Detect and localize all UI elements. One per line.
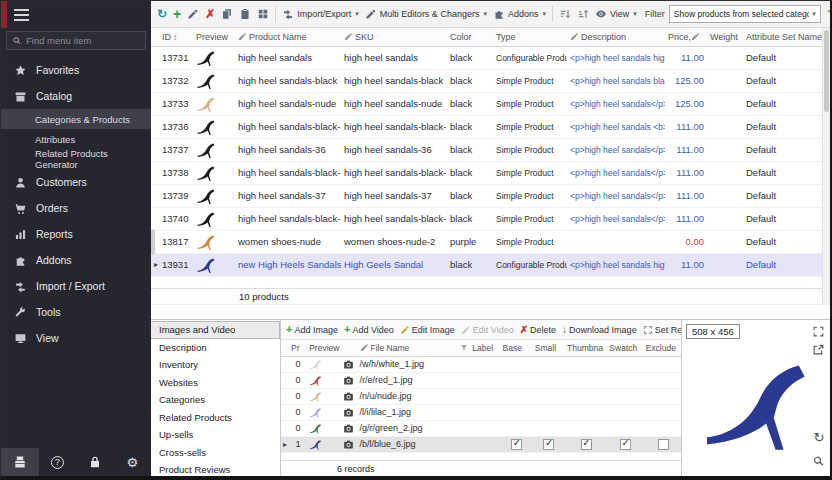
sidebar-subitem[interactable]: Attributes	[1, 129, 151, 149]
lock-button[interactable]	[76, 448, 114, 476]
product-id-cell[interactable]: 13817	[159, 230, 193, 253]
filter-column-header[interactable]	[458, 340, 470, 356]
product-weight-cell[interactable]	[707, 161, 743, 184]
product-attribute-set-cell[interactable]: Default	[743, 46, 825, 69]
product-type-cell[interactable]: Configurable Product	[493, 253, 567, 276]
store-button[interactable]	[1, 448, 39, 476]
sort-asc-button[interactable]	[557, 7, 573, 21]
import-export-menu[interactable]: Import/Export▾	[280, 7, 361, 21]
paste-button[interactable]	[237, 7, 253, 21]
small-checkbox[interactable]	[543, 407, 554, 418]
product-sku-cell[interactable]: high heel sandals-black-37	[341, 161, 447, 184]
small-checkbox[interactable]	[543, 375, 554, 386]
product-price-cell[interactable]: 111.00	[665, 184, 707, 207]
product-preview-cell[interactable]	[193, 115, 235, 138]
sidebar-item[interactable]: View	[1, 325, 151, 351]
product-preview-cell[interactable]	[193, 138, 235, 161]
image-row[interactable]: 0 /w/h/white_1.jpg	[281, 356, 684, 372]
thumbnail-cell[interactable]	[565, 420, 607, 436]
id-column-header[interactable]: ID↕	[159, 28, 193, 46]
product-sku-cell[interactable]: high heel sandals-black-36	[341, 115, 447, 138]
product-preview-cell[interactable]	[193, 230, 235, 253]
product-sku-cell[interactable]: high heel sandals-black	[341, 69, 447, 92]
attribute-set-column-header[interactable]: Attribute Set Name	[743, 28, 825, 46]
base-checkbox[interactable]	[511, 423, 522, 434]
scrollbar-thumb[interactable]	[824, 30, 829, 112]
product-sku-cell[interactable]: high heel sandals-37	[341, 184, 447, 207]
sidebar-item[interactable]: Catalog	[1, 83, 151, 109]
small-cell[interactable]	[533, 404, 565, 420]
detail-tab[interactable]: Websites	[151, 374, 280, 392]
product-description-cell[interactable]: <p>high heel sandals</p>	[567, 92, 665, 115]
menu-toggle-icon[interactable]	[14, 9, 29, 24]
zoom-button[interactable]	[812, 454, 826, 468]
product-attribute-set-cell[interactable]: Default	[743, 161, 825, 184]
product-price-cell[interactable]: 0.00	[665, 230, 707, 253]
exclude-cell[interactable]	[644, 356, 684, 372]
product-preview-cell[interactable]	[193, 46, 235, 69]
thumbnail-column-header[interactable]: Thumbna	[565, 340, 607, 356]
view-menu[interactable]: View▾	[593, 7, 639, 21]
color-column-header[interactable]: Color	[447, 28, 493, 46]
product-row[interactable]: 13817 women shoes-nude women shoes-nude-…	[151, 230, 825, 253]
small-cell[interactable]	[533, 356, 565, 372]
add-image-button[interactable]: +Add Image	[284, 323, 340, 336]
product-weight-cell[interactable]	[707, 46, 743, 69]
image-row[interactable]: 0 /n/u/nude.jpg	[281, 388, 684, 404]
product-row[interactable]: 13737 high heel sandals-36 high heel san…	[151, 138, 825, 161]
weight-column-header[interactable]: Weight	[707, 28, 743, 46]
thumbnail-checkbox[interactable]	[581, 359, 592, 370]
product-row[interactable]: ▸ 13931 new High Heels Sandals High Geel…	[151, 253, 825, 276]
product-sku-cell[interactable]: high heel sandals-nude	[341, 92, 447, 115]
base-cell[interactable]	[501, 404, 533, 420]
product-price-cell[interactable]: 111.00	[665, 138, 707, 161]
swatch-checkbox[interactable]	[620, 407, 631, 418]
small-cell[interactable]	[533, 372, 565, 388]
thumbnail-checkbox[interactable]	[581, 407, 592, 418]
exclude-checkbox[interactable]	[658, 407, 669, 418]
product-row[interactable]: 13733 high heel sandals-nude high heel s…	[151, 92, 825, 115]
base-cell[interactable]	[501, 356, 533, 372]
price-column-header[interactable]: Price,	[665, 28, 707, 46]
product-attribute-set-cell[interactable]: Default	[743, 253, 825, 276]
base-checkbox[interactable]	[511, 407, 522, 418]
product-attribute-set-cell[interactable]: Default	[743, 230, 825, 253]
base-checkbox[interactable]	[511, 439, 522, 450]
image-label-cell[interactable]	[470, 388, 500, 404]
product-id-cell[interactable]: 13740	[159, 207, 193, 230]
swatch-cell[interactable]	[607, 420, 643, 436]
product-id-cell[interactable]: 13739	[159, 184, 193, 207]
image-filename-cell[interactable]: /g/r/green_2.jpg	[358, 420, 459, 436]
base-checkbox[interactable]	[511, 375, 522, 386]
thumbnail-cell[interactable]	[565, 372, 607, 388]
product-price-cell[interactable]: 111.00	[665, 115, 707, 138]
exclude-cell[interactable]	[644, 372, 684, 388]
detail-tab[interactable]: Images and Video	[151, 321, 280, 339]
product-type-cell[interactable]: Simple Product	[493, 92, 567, 115]
product-sku-cell[interactable]: high heel sandals-black-38	[341, 207, 447, 230]
download-image-button[interactable]: ↓Download Image	[560, 324, 639, 336]
product-description-cell[interactable]	[567, 230, 665, 253]
add-video-button[interactable]: +Add Video	[342, 323, 396, 336]
swatch-cell[interactable]	[607, 372, 643, 388]
settings-button[interactable]: ⚙	[114, 448, 152, 476]
product-type-cell[interactable]: Simple Product	[493, 184, 567, 207]
product-preview-cell[interactable]	[193, 69, 235, 92]
product-name-cell[interactable]: high heel sandals-black-37	[235, 161, 341, 184]
product-row[interactable]: 13732 high heel sandals-black high heel …	[151, 69, 825, 92]
product-color-cell[interactable]: black	[447, 92, 493, 115]
product-price-cell[interactable]: 125.00	[665, 69, 707, 92]
product-name-cell[interactable]: new High Heels Sandals	[235, 253, 341, 276]
image-preview-cell[interactable]	[307, 420, 341, 436]
sidebar-item[interactable]: Orders	[1, 195, 151, 221]
add-product-button[interactable]: +	[171, 6, 183, 22]
product-description-cell[interactable]: <p>high heel sandals</p>	[567, 138, 665, 161]
priority-column-header[interactable]: Pr	[289, 340, 307, 356]
exclude-cell[interactable]	[644, 420, 684, 436]
swatch-checkbox[interactable]	[620, 439, 631, 450]
grid-scrollbar[interactable]	[822, 28, 830, 305]
image-label-cell[interactable]	[470, 404, 500, 420]
sidebar-item[interactable]: Reports	[1, 221, 151, 247]
edit-image-button[interactable]: Edit Image	[398, 324, 457, 336]
product-type-cell[interactable]: Configurable Product	[493, 46, 567, 69]
